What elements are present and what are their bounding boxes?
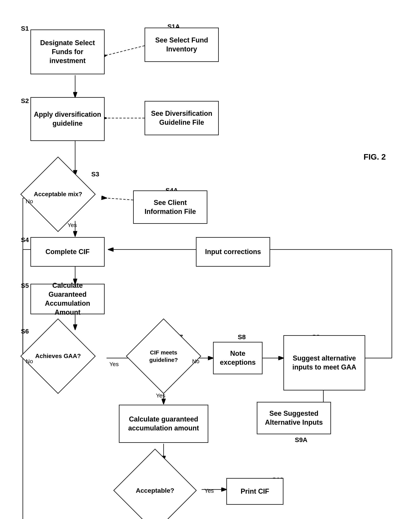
div-file-box: See Diversification Guideline File: [145, 101, 219, 135]
achieves-gaa-diamond: Achieves GAA?: [31, 330, 85, 383]
svg-line-11: [106, 198, 133, 200]
s6-label: S6: [21, 328, 29, 335]
s6-yes-label: Yes: [109, 361, 119, 367]
s6-no-label: No: [26, 358, 33, 364]
designate-box: Designate Select Funds for investment: [30, 30, 105, 74]
s3-yes-label: Yes: [68, 222, 77, 228]
s9a-label: S9A: [295, 436, 308, 444]
s1-label: S1: [21, 25, 29, 32]
client-info-box: See Client Information File: [133, 190, 207, 224]
s12-yes-label: Yes: [204, 488, 214, 494]
s5-label: S5: [21, 282, 29, 289]
s8-label: S8: [238, 333, 246, 341]
svg-line-3: [106, 46, 145, 55]
select-fund-box: See Select Fund Inventory: [145, 28, 219, 62]
calc-gaa2-box: Calculate guaranteed accumulation amount: [119, 405, 208, 443]
fig-label: FIG. 2: [363, 152, 386, 162]
s4-label: S4: [21, 236, 29, 244]
s3-no-label: No: [26, 198, 33, 205]
complete-cif-box: Complete CIF: [30, 237, 105, 267]
input-corrections-box: Input corrections: [196, 237, 270, 267]
acceptable2-diamond: Acceptable?: [126, 461, 185, 519]
acceptable-mix-diamond: Acceptable mix?: [31, 168, 85, 221]
note-exceptions-box: Note exceptions: [213, 342, 262, 374]
s7-yes-label: Yes: [156, 392, 165, 399]
s2-label: S2: [21, 97, 29, 105]
calc-guaranteed-box: Calculate Guaranteed Accumulation Amount: [30, 284, 105, 314]
apply-div-box: Apply diversification guideline: [30, 97, 105, 141]
s7-no-label: No: [192, 358, 199, 364]
flowchart-diagram: S1 Designate Select Funds for investment…: [0, 0, 420, 519]
cif-meets-diamond: CIF meets guideline?: [137, 330, 190, 383]
see-suggested-box: See Suggested Alternative Inputs: [257, 402, 331, 434]
s3-label: S3: [91, 170, 99, 178]
suggest-alt-box: Suggest alternative inputs to meet GAA: [283, 335, 365, 390]
print-cif-box: Print CIF: [226, 478, 283, 505]
